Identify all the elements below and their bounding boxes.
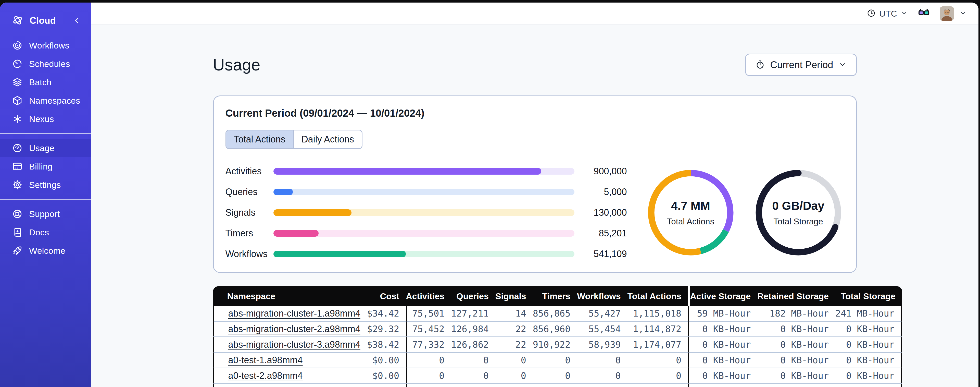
docs-icon (12, 227, 23, 238)
usage-table: NamespaceCostActivitiesQueriesSignalsTim… (213, 286, 902, 387)
bar-fill (274, 189, 293, 195)
sidebar-item-batch[interactable]: Batch (0, 73, 91, 91)
col-header-queries: Queries (451, 286, 495, 306)
sidebar-item-label: Support (29, 209, 60, 219)
table-cell: 0 (406, 368, 451, 383)
period-label: Current Period (770, 59, 833, 70)
sidebar-item-settings[interactable]: Settings (0, 176, 91, 194)
usage-charts: Activities900,000Queries5,000Signals130,… (226, 166, 844, 259)
table-cell: 0 KB-Hour (757, 336, 835, 352)
col-header-timers: Timers (533, 286, 577, 306)
batch-icon (12, 77, 23, 88)
bar-fill (274, 209, 352, 216)
bar-fill (274, 251, 406, 257)
table-cell: 0 KB-Hour (835, 368, 902, 383)
bar-fill (274, 168, 541, 174)
sidebar-item-docs[interactable]: Docs (0, 223, 91, 241)
bar-row-timers: Timers85,201 (226, 228, 627, 239)
table-cell: 0 (495, 352, 533, 368)
temporal-logo-icon (11, 14, 24, 27)
namespace-link[interactable]: a0-test-2.a98mm4 (228, 370, 303, 381)
table-cell: 77,332 (406, 336, 451, 352)
tab-total-actions[interactable]: Total Actions (226, 130, 293, 148)
clock-icon (867, 8, 876, 19)
table-cell: 0 (533, 383, 577, 387)
sidebar-item-label: Nexus (29, 114, 54, 124)
tab-daily-actions[interactable]: Daily Actions (293, 130, 362, 148)
namespace-link[interactable]: abs-migration-cluster-2.a98mm4 (228, 324, 360, 334)
sidebar-item-billing[interactable]: Billing (0, 157, 91, 176)
bar-row-signals: Signals130,000 (226, 207, 627, 218)
namespace-link[interactable]: bk-worker-test.a98mm4 (228, 386, 325, 387)
table-cell: 0 (577, 352, 627, 368)
timezone-label: UTC (879, 9, 897, 19)
bar-label: Timers (226, 228, 274, 239)
table-cell: 0 (627, 368, 688, 383)
table-cell: 0 (451, 352, 495, 368)
table-cell: 0 KB-Hour (688, 368, 757, 383)
table-cell: 22 (495, 321, 533, 336)
bar-value: 900,000 (582, 166, 627, 177)
table-cell: $0.00 (367, 368, 406, 383)
bar-value: 541,109 (582, 249, 627, 259)
donut-label: Total Actions (667, 217, 714, 226)
sidebar-collapse-button[interactable] (73, 16, 81, 25)
stopwatch-icon (755, 59, 765, 70)
table-cell: 0 (406, 383, 451, 387)
bar-value: 130,000 (582, 207, 627, 218)
glasses-icon (917, 6, 931, 21)
col-header-retained-storage: Retained Storage (757, 286, 835, 306)
sidebar: Cloud WorkflowsSchedulesBatchNamespacesN… (0, 3, 91, 387)
sidebar-item-label: Usage (29, 143, 54, 153)
sidebar-item-workflows[interactable]: Workflows (0, 36, 91, 54)
table-cell: 0 KB-Hour (688, 336, 757, 352)
sidebar-item-welcome[interactable]: Welcome (0, 241, 91, 260)
sidebar-item-label: Billing (29, 162, 52, 171)
sidebar-item-label: Welcome (29, 246, 65, 256)
namespace-link[interactable]: abs-migration-cluster-1.a98mm4 (228, 308, 360, 318)
account-menu-button[interactable] (940, 6, 967, 21)
col-header-total-storage: Total Storage (835, 286, 902, 306)
timezone-selector[interactable]: UTC (867, 8, 908, 19)
table-cell: 910,922 (533, 336, 577, 352)
table-cell: 55,454 (577, 321, 627, 336)
table-row: abs-migration-cluster-2.a98mm4$29.3275,4… (213, 321, 902, 336)
donut-label: Total Storage (773, 217, 823, 226)
col-header-active-storage: Active Storage (688, 286, 757, 306)
period-selector-button[interactable]: Current Period (745, 54, 856, 76)
table-row: a0-test-1.a98mm4$0.000000000 KB-Hour0 KB… (213, 352, 902, 368)
feature-glasses-button[interactable] (917, 6, 931, 21)
namespace-cell: bk-worker-test.a98mm4 (213, 383, 367, 387)
sidebar-item-nexus[interactable]: Nexus (0, 110, 91, 128)
actions-bar-chart: Activities900,000Queries5,000Signals130,… (226, 166, 636, 259)
bar-track (274, 251, 574, 257)
sidebar-item-label: Settings (29, 180, 61, 190)
sidebar-nav: WorkflowsSchedulesBatchNamespacesNexusUs… (0, 36, 91, 260)
sidebar-item-support[interactable]: Support (0, 205, 91, 223)
sidebar-divider (0, 199, 91, 200)
schedules-icon (12, 58, 23, 69)
page-title: Usage (213, 55, 261, 74)
namespace-cell: a0-test-2.a98mm4 (213, 368, 367, 383)
namespace-link[interactable]: abs-migration-cluster-3.a98mm4 (228, 339, 360, 350)
totals-donuts: 4.7 MMTotal Actions0 GB/DayTotal Storage (645, 167, 844, 259)
sidebar-item-schedules[interactable]: Schedules (0, 54, 91, 73)
table-cell: 1 (627, 383, 688, 387)
namespace-cell: abs-migration-cluster-3.a98mm4 (213, 336, 367, 352)
table-cell: 0 KB-Hour (757, 321, 835, 336)
bar-label: Activities (226, 166, 274, 177)
table-cell: 0 (495, 383, 533, 387)
usage-card: Current Period (09/01/2024 — 10/01/2024)… (213, 96, 857, 273)
sidebar-item-label: Docs (29, 227, 49, 237)
table-cell: $29.32 (367, 321, 406, 336)
table-cell: 126,984 (451, 321, 495, 336)
sidebar-item-namespaces[interactable]: Namespaces (0, 91, 91, 110)
sidebar-item-usage[interactable]: Usage (0, 139, 91, 157)
table-cell: 0 (406, 352, 451, 368)
billing-icon (12, 161, 23, 172)
namespace-link[interactable]: a0-test-1.a98mm4 (228, 355, 303, 365)
sidebar-item-label: Namespaces (29, 96, 80, 106)
bar-row-workflows: Workflows541,109 (226, 249, 627, 259)
col-header-workflows: Workflows (577, 286, 627, 306)
table-cell: 0 KB-Hour (835, 383, 902, 387)
